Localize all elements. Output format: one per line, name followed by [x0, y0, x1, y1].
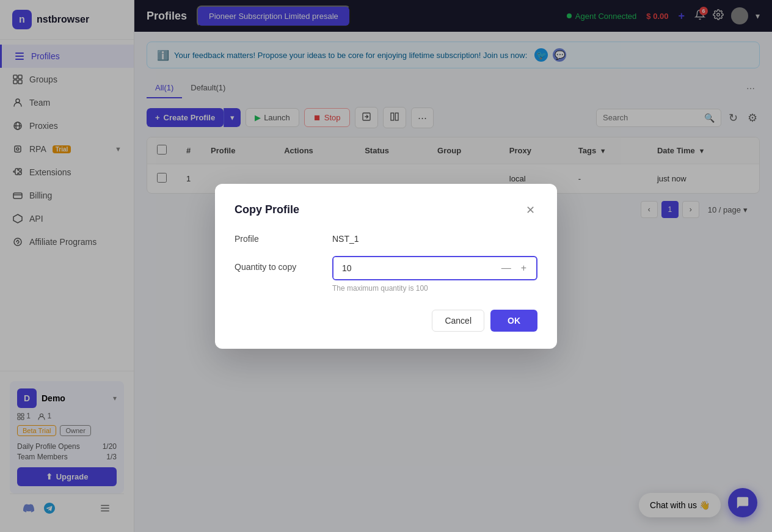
modal-overlay[interactable]: Copy Profile ✕ Profile NST_1 Quantity to…: [0, 0, 772, 532]
quantity-increase-button[interactable]: +: [519, 260, 529, 276]
modal-title: Copy Profile: [235, 203, 299, 216]
modal-profile-label: Profile: [235, 234, 332, 244]
modal-close-button[interactable]: ✕: [523, 201, 537, 219]
ok-button[interactable]: OK: [490, 310, 537, 332]
quantity-decrease-button[interactable]: —: [499, 260, 514, 276]
modal-profile-value: NST_1: [332, 234, 359, 244]
modal-profile-row: Profile NST_1: [235, 234, 537, 244]
copy-profile-modal: Copy Profile ✕ Profile NST_1 Quantity to…: [215, 184, 557, 349]
modal-quantity-label: Quantity to copy: [235, 256, 332, 272]
quantity-hint: The maximum quantity is 100: [332, 284, 537, 293]
cancel-button[interactable]: Cancel: [432, 310, 484, 332]
quantity-stepper: — +: [492, 260, 536, 276]
quantity-input-group: 10 — +: [332, 256, 537, 280]
modal-quantity-row: Quantity to copy 10 — + The maximum quan…: [235, 256, 537, 293]
quantity-input[interactable]: 10: [333, 257, 492, 279]
modal-footer: Cancel OK: [235, 310, 537, 332]
modal-header: Copy Profile ✕: [235, 201, 537, 219]
